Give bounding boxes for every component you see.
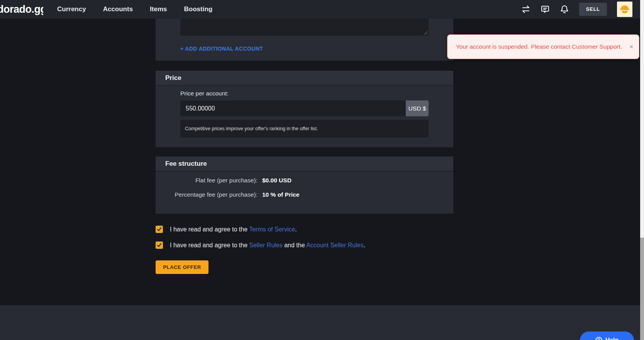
terms-text-prefix: I have read and agree to the <box>170 226 249 233</box>
seller-rules-agreement-text: I have read and agree to the Seller Rule… <box>170 242 365 249</box>
flat-fee-value: $0.00 USD <box>262 177 291 184</box>
seller-rules-checkbox[interactable] <box>156 241 163 249</box>
flat-fee-row: Flat fee (per purchase): $0.00 USD <box>156 177 453 184</box>
seller-text-suffix: . <box>364 242 365 248</box>
account-details-card: + ADD ADDITIONAL ACCOUNT <box>156 19 453 61</box>
site-logo-text: dorado.gg <box>0 3 43 15</box>
nav-item-items[interactable]: Items <box>150 5 167 13</box>
scrollbar-thumb[interactable] <box>640 238 644 340</box>
nav-item-accounts[interactable]: Accounts <box>103 5 133 13</box>
sell-button[interactable]: SELL <box>579 3 607 16</box>
price-hint: Competitive prices improve your offer's … <box>180 120 429 138</box>
seller-text-middle: and the <box>283 242 306 248</box>
account-description-textarea[interactable] <box>180 19 429 36</box>
percentage-fee-value: 10 % of Price <box>262 191 300 198</box>
terms-checkbox[interactable] <box>156 226 163 233</box>
currency-selector[interactable]: USD $ <box>406 100 429 116</box>
price-per-account-label: Price per account: <box>180 90 229 97</box>
messages-icon[interactable] <box>541 5 550 14</box>
swap-currency-icon[interactable] <box>521 5 530 14</box>
avatar[interactable] <box>617 2 632 17</box>
navbar-right: SELL <box>521 0 632 19</box>
avatar-helmet-icon <box>618 3 631 16</box>
seller-rules-link[interactable]: Seller Rules <box>249 242 282 248</box>
nav-item-currency[interactable]: Currency <box>57 5 86 13</box>
price-card-title: Price <box>156 71 453 86</box>
main-nav: Currency Accounts Items Boosting <box>57 5 212 13</box>
percentage-fee-label: Percentage fee (per purchase): <box>156 191 258 198</box>
add-additional-account-link[interactable]: + ADD ADDITIONAL ACCOUNT <box>180 46 263 52</box>
terms-agreement-row: I have read and agree to the Terms of Se… <box>156 226 297 233</box>
fee-card-title: Fee structure <box>156 156 453 172</box>
terms-of-service-link[interactable]: Terms of Service <box>249 226 295 233</box>
top-navbar: dorado.gg Currency Accounts Items Boosti… <box>0 0 640 19</box>
toast-close-icon[interactable]: × <box>624 42 639 51</box>
nav-item-boosting[interactable]: Boosting <box>184 5 213 13</box>
account-seller-rules-link[interactable]: Account Seller Rules <box>306 242 364 248</box>
seller-text-prefix: I have read and agree to the <box>170 242 249 248</box>
price-input-row: USD $ <box>180 100 429 116</box>
terms-agreement-text: I have read and agree to the Terms of Se… <box>170 226 297 233</box>
suspension-toast: Your account is suspended. Please contac… <box>447 34 639 59</box>
scrollbar-track[interactable] <box>640 0 644 340</box>
price-input[interactable] <box>180 100 406 116</box>
percentage-fee-row: Percentage fee (per purchase): 10 % of P… <box>156 191 453 198</box>
footer: Eldorado.gg Help Center Contact us Priva… <box>0 305 640 340</box>
price-card: Price Price per account: USD $ Competiti… <box>156 71 453 147</box>
fee-structure-card: Fee structure Flat fee (per purchase): $… <box>156 156 453 214</box>
flat-fee-label: Flat fee (per purchase): <box>156 177 258 184</box>
help-question-icon: ? <box>595 337 602 340</box>
place-offer-button[interactable]: PLACE OFFER <box>156 260 208 274</box>
terms-text-suffix: . <box>295 226 297 233</box>
toast-message: Your account is suspended. Please contac… <box>447 43 624 50</box>
notifications-bell-icon[interactable] <box>560 5 569 14</box>
help-button[interactable]: ? Help <box>580 332 634 340</box>
help-button-label: Help <box>605 337 619 340</box>
site-logo[interactable]: dorado.gg <box>0 0 43 19</box>
seller-rules-agreement-row: I have read and agree to the Seller Rule… <box>156 241 365 249</box>
